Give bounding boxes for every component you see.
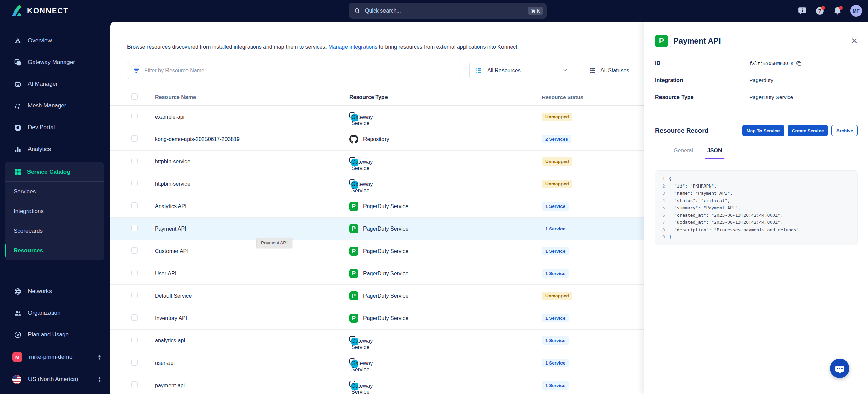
code-line: 9}	[659, 233, 854, 241]
sidebar-item-integrations[interactable]: Integrations	[5, 201, 104, 221]
sidebar-item-gateway-manager[interactable]: Gateway Manager	[0, 54, 110, 71]
field-value: Pagerduty	[749, 77, 773, 83]
sidebar-item-analytics[interactable]: Analytics	[0, 140, 110, 158]
select-all-checkbox[interactable]	[131, 93, 138, 100]
resource-status-badge[interactable]: 1 Service	[542, 336, 569, 345]
chevron-updown-icon: ▲▼	[98, 354, 101, 360]
resource-type-cell: PPagerDuty Service	[349, 269, 542, 278]
tab-general[interactable]: General	[674, 147, 693, 159]
dev-portal-icon	[14, 123, 22, 132]
resource-status-badge[interactable]: Unmapped	[542, 292, 572, 300]
gateway-service-icon: Gateway Service	[349, 336, 358, 345]
column-resource-type[interactable]: Resource Type	[349, 94, 542, 100]
resource-status-badge[interactable]: 1 Service	[542, 202, 569, 211]
sidebar-item-label: Service Catalog	[27, 169, 71, 175]
sidebar-item-label: Plan and Usage	[28, 331, 69, 338]
copy-icon[interactable]	[796, 61, 802, 66]
top-bar: KONNECT Quick search... ⌘ K ? MF	[0, 0, 868, 22]
close-icon[interactable]: ✕	[851, 37, 858, 45]
region-switcher[interactable]: US (North America) ▲▼	[0, 371, 110, 388]
sidebar-item-plan-and-usage[interactable]: Plan and Usage	[0, 326, 110, 343]
row-checkbox[interactable]	[131, 113, 138, 119]
konnect-logo[interactable]: KONNECT	[10, 4, 69, 17]
pagerduty-icon: P	[349, 224, 358, 233]
resource-name-cell: User API	[155, 271, 349, 277]
resource-status-badge[interactable]: 1 Service	[542, 269, 569, 278]
row-checkbox[interactable]	[131, 314, 138, 321]
help-icon[interactable]: ?	[815, 6, 825, 16]
sidebar-item-label: Networks	[28, 288, 52, 295]
gateway-service-icon: Gateway Service	[349, 157, 358, 166]
resource-type-cell: PPagerDuty Service	[349, 224, 542, 233]
resource-name-filter-input[interactable]: Filter by Resource Name	[127, 62, 461, 79]
list-icon	[589, 67, 596, 74]
sidebar-item-mesh-manager[interactable]: Mesh Manager	[0, 97, 110, 115]
chat-widget-button[interactable]	[830, 359, 849, 378]
create-service-button[interactable]: Create Service	[788, 125, 828, 136]
resource-name-cell: Analytics API	[155, 203, 349, 210]
mesh-manager-icon	[14, 102, 22, 110]
row-checkbox[interactable]	[131, 202, 138, 209]
row-checkbox[interactable]	[131, 247, 138, 254]
code-line: 4 "status": "critical",	[659, 197, 854, 204]
sidebar-item-label: Overview	[28, 37, 52, 44]
sidebar-item-networks[interactable]: Networks	[0, 282, 110, 300]
analytics-icon	[14, 145, 22, 153]
manage-integrations-link[interactable]: Manage integrations	[328, 44, 377, 50]
resource-status-badge[interactable]: 1 Service	[542, 381, 569, 390]
resource-type-dropdown[interactable]: All Resources	[469, 62, 574, 79]
tab-json[interactable]: JSON	[707, 147, 722, 159]
sidebar-item-dev-portal[interactable]: Dev Portal	[0, 119, 110, 136]
column-resource-name[interactable]: Resource Name	[155, 94, 349, 100]
row-checkbox[interactable]	[131, 225, 138, 231]
notifications-bell-icon[interactable]	[833, 6, 842, 16]
panel-title: Payment API	[673, 37, 721, 46]
json-code-block[interactable]: 1{2 "id": "PKHRRPN",3 "name": "Payment A…	[655, 170, 858, 245]
sidebar-item-service-catalog[interactable]: Service Catalog	[5, 162, 104, 182]
row-checkbox[interactable]	[131, 337, 138, 343]
row-checkbox[interactable]	[131, 381, 138, 388]
gateway-service-icon: Gateway Service	[349, 179, 358, 189]
resource-type-cell: Gateway Service	[349, 358, 542, 368]
resource-status-badge[interactable]: 1 Service	[542, 247, 569, 255]
sidebar-item-overview[interactable]: Overview	[0, 32, 110, 50]
map-to-service-button[interactable]: Map To Service	[742, 125, 784, 136]
row-checkbox[interactable]	[131, 359, 138, 366]
panel-actions: Map To ServiceCreate ServiceArchive	[742, 125, 858, 136]
chat-bubble-icon	[835, 366, 844, 372]
gateway-service-icon: Gateway Service	[349, 358, 358, 368]
column-resource-status[interactable]: Resource Status	[542, 94, 583, 100]
code-line: 5 "summary": "Payment API",	[659, 204, 854, 212]
sidebar-item-resources[interactable]: Resources	[5, 241, 104, 260]
resource-type-cell: PPagerDuty Service	[349, 202, 542, 211]
us-flag-icon	[12, 375, 21, 384]
resource-status-badge[interactable]: Unmapped	[542, 113, 572, 121]
row-checkbox[interactable]	[131, 270, 138, 276]
row-checkbox[interactable]	[131, 135, 138, 142]
resource-status-badge[interactable]: 2 Services	[542, 135, 571, 143]
sidebar-item-services[interactable]: Services	[5, 182, 104, 201]
resource-status-badge[interactable]: 1 Service	[542, 224, 569, 233]
user-avatar[interactable]: MF	[850, 5, 862, 17]
resource-name-cell: Default Service	[155, 293, 349, 299]
row-checkbox[interactable]	[131, 292, 138, 298]
resource-status-badge[interactable]: 1 Service	[542, 314, 569, 322]
archive-button[interactable]: Archive	[831, 125, 858, 136]
row-checkbox[interactable]	[131, 180, 138, 186]
sidebar-item-ai-manager[interactable]: AI Manager	[0, 75, 110, 93]
quick-search-input[interactable]: Quick search... ⌘ K	[349, 3, 547, 19]
pagerduty-icon: P	[349, 202, 358, 211]
resource-status-badge[interactable]: Unmapped	[542, 157, 572, 166]
sidebar-item-label: AI Manager	[28, 81, 58, 87]
code-line: 7 "updated_at": "2025-06-13T20:42:44.000…	[659, 219, 854, 226]
row-checkbox[interactable]	[131, 158, 138, 164]
organization-icon	[14, 309, 22, 317]
resource-record-section: Resource Record Map To ServiceCreate Ser…	[655, 125, 858, 136]
org-switcher[interactable]: M mike-pmm-demo ▲▼	[0, 348, 110, 366]
sidebar-item-scorecards[interactable]: Scorecards	[5, 221, 104, 241]
resource-status-badge[interactable]: 1 Service	[542, 359, 569, 367]
field-label: Integration	[655, 77, 749, 83]
feedback-icon[interactable]	[797, 6, 807, 16]
sidebar-item-organization[interactable]: Organization	[0, 304, 110, 322]
resource-status-badge[interactable]: Unmapped	[542, 180, 572, 188]
